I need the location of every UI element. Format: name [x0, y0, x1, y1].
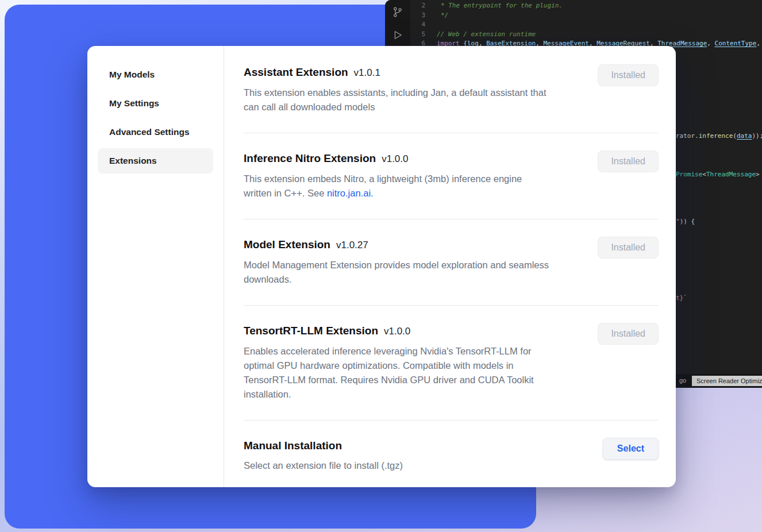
- extension-title: Assistant Extension: [244, 64, 348, 80]
- settings-dialog: My Models My Settings Advanced Settings …: [87, 46, 676, 487]
- extension-version: v1.0.0: [382, 151, 408, 167]
- installed-button[interactable]: Installed: [598, 323, 659, 345]
- extension-description: This extension embeds Nitro, a lightweig…: [244, 172, 551, 201]
- sidebar-item-my-models[interactable]: My Models: [98, 62, 213, 87]
- extension-title: Model Extension: [244, 237, 330, 253]
- line-number: 4: [410, 20, 425, 30]
- extension-row-assistant: Assistant Extension v1.0.1 This extensio…: [244, 46, 659, 133]
- screen-reader-badge: Screen Reader Optimized: [692, 376, 762, 386]
- manual-installation-title: Manual Installation: [244, 438, 342, 454]
- extension-version: v1.0.1: [354, 65, 380, 81]
- line-number: 5: [410, 30, 425, 40]
- code-fragment: rator.inference(data));: [676, 132, 762, 140]
- extension-row-tensorrt: TensortRT-LLM Extension v1.0.0 Enables a…: [244, 306, 659, 421]
- extensions-list: Assistant Extension v1.0.1 This extensio…: [224, 46, 676, 487]
- sidebar-item-my-settings[interactable]: My Settings: [98, 91, 213, 116]
- code-fragment: ")) {: [676, 218, 695, 225]
- line-number: 2: [410, 1, 425, 11]
- sidebar-item-advanced-settings[interactable]: Advanced Settings: [98, 119, 213, 145]
- code-line: 4: [410, 20, 760, 30]
- installed-button[interactable]: Installed: [598, 64, 659, 86]
- extension-description: Enables accelerated inference leveraging…: [244, 344, 551, 402]
- manual-installation-description: Select an extension file to install (.tg…: [244, 458, 403, 473]
- extension-description: Model Management Extension provides mode…: [244, 258, 551, 287]
- installed-button[interactable]: Installed: [598, 237, 659, 259]
- select-file-button[interactable]: Select: [603, 438, 659, 460]
- installed-button[interactable]: Installed: [598, 151, 659, 172]
- code-lines: 2 * The entrypoint for the plugin. 3 */ …: [410, 1, 760, 49]
- extension-row-model: Model Extension v1.0.27 Model Management…: [244, 219, 659, 306]
- source-control-icon: [392, 6, 403, 18]
- extension-version: v1.0.0: [384, 323, 410, 340]
- extension-description: This extension enables assistants, inclu…: [244, 86, 551, 114]
- sidebar-item-extensions[interactable]: Extensions: [98, 148, 213, 174]
- code-fragment: t}`: [676, 294, 687, 302]
- code-line: 5 // Web / extension runtime: [410, 30, 760, 40]
- code-line: 2 * The entrypoint for the plugin.: [410, 1, 760, 11]
- status-text: go: [679, 377, 686, 384]
- run-icon: [392, 29, 403, 41]
- nitro-jan-ai-link[interactable]: nitro.jan.ai.: [327, 188, 374, 198]
- extension-row-nitro: Inference Nitro Extension v1.0.0 This ex…: [244, 133, 659, 219]
- code-fragment: Promise<ThreadMessage>: [676, 171, 760, 178]
- manual-installation-row: Manual Installation Select an extension …: [244, 421, 659, 487]
- extension-title: TensortRT-LLM Extension: [244, 323, 378, 339]
- code-line: 3 */: [410, 11, 760, 21]
- settings-sidebar: My Models My Settings Advanced Settings …: [87, 46, 224, 487]
- extension-version: v1.0.27: [336, 237, 368, 253]
- extension-title: Inference Nitro Extension: [244, 151, 376, 167]
- line-number: 3: [410, 11, 425, 21]
